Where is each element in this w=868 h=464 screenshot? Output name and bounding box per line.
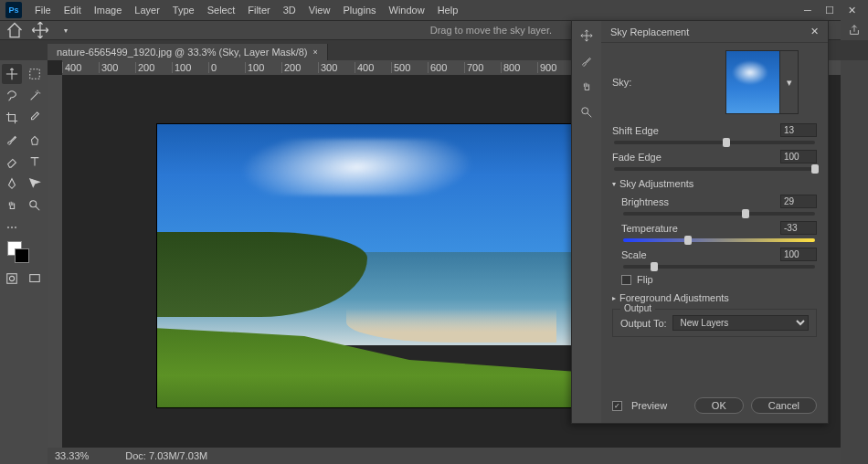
tab-close-icon[interactable]: × <box>313 47 318 57</box>
svg-point-3 <box>9 276 14 280</box>
home-icon[interactable] <box>5 22 24 38</box>
more-tools[interactable]: ⋯ <box>2 217 22 237</box>
marquee-tool[interactable] <box>25 64 45 84</box>
dialog-title: Sky Replacement <box>610 26 689 37</box>
color-swatches[interactable] <box>2 239 46 267</box>
clone-tool[interactable] <box>25 130 45 150</box>
svg-point-5 <box>582 108 588 114</box>
menu-window[interactable]: Window <box>384 3 430 17</box>
menu-view[interactable]: View <box>303 3 336 17</box>
preview-label: Preview <box>631 400 667 411</box>
dlg-hand-icon[interactable] <box>577 78 596 96</box>
background-swatch[interactable] <box>15 248 29 263</box>
menu-3d[interactable]: 3D <box>278 3 302 17</box>
chevron-down-icon[interactable]: ▾ <box>57 22 75 38</box>
options-hint: Drag to move the sky layer. <box>430 25 552 36</box>
app-logo: Ps <box>5 2 22 18</box>
tab-label: nature-6565499_1920.jpg @ 33.3% (Sky, La… <box>57 47 308 58</box>
sky-adjustments-header[interactable]: ▾Sky Adjustments <box>612 178 817 189</box>
flip-checkbox[interactable] <box>621 275 631 285</box>
eyedropper-tool[interactable] <box>25 108 45 128</box>
svg-rect-4 <box>30 275 40 282</box>
output-to-select[interactable]: New Layers <box>672 315 809 331</box>
scale-label: Scale <box>621 249 647 260</box>
dialog-close-icon[interactable]: ✕ <box>810 26 819 37</box>
doc-size: Doc: 7.03M/7.03M <box>125 450 207 461</box>
pen-tool[interactable] <box>2 174 22 194</box>
dlg-move-icon[interactable] <box>577 26 596 45</box>
ruler-vertical <box>48 75 62 464</box>
preview-checkbox[interactable] <box>612 401 622 411</box>
temperature-slider[interactable] <box>623 238 815 242</box>
minimize-icon[interactable]: ─ <box>800 4 815 16</box>
menu-select[interactable]: Select <box>202 3 241 17</box>
scale-slider[interactable] <box>623 265 815 269</box>
fade-edge-value[interactable] <box>780 150 817 163</box>
brush-tool[interactable] <box>2 130 22 150</box>
document-image[interactable] <box>157 124 577 407</box>
move-tool[interactable] <box>2 64 22 84</box>
fade-edge-label: Fade Edge <box>612 152 662 163</box>
scale-value[interactable] <box>780 248 817 261</box>
ok-button[interactable]: OK <box>694 397 744 414</box>
share-icon[interactable] <box>841 20 868 40</box>
menu-edit[interactable]: Edit <box>58 3 87 17</box>
eraser-tool[interactable] <box>2 152 22 172</box>
svg-rect-2 <box>7 274 17 284</box>
sky-thumbnail[interactable] <box>725 50 780 114</box>
menu-layer[interactable]: Layer <box>129 3 165 17</box>
zoom-level[interactable]: 33.33% <box>55 450 89 461</box>
wand-tool[interactable] <box>25 86 45 106</box>
right-panels <box>841 60 868 464</box>
move-tool-icon[interactable] <box>31 22 49 38</box>
sky-label: Sky: <box>612 77 631 88</box>
output-legend: Output <box>620 303 655 313</box>
dlg-brush-icon[interactable] <box>577 52 596 70</box>
cancel-button[interactable]: Cancel <box>751 397 817 414</box>
brightness-value[interactable] <box>780 195 817 208</box>
menu-plugins[interactable]: Plugins <box>337 3 381 17</box>
menu-image[interactable]: Image <box>89 3 128 17</box>
path-tool[interactable] <box>25 174 45 194</box>
sky-dropdown-icon[interactable]: ▾ <box>780 50 799 114</box>
hand-tool[interactable] <box>2 195 22 216</box>
shift-edge-slider[interactable] <box>614 141 815 144</box>
maximize-icon[interactable]: ☐ <box>822 4 837 16</box>
output-to-label: Output To: <box>620 318 667 329</box>
dlg-zoom-icon[interactable] <box>577 103 596 121</box>
menu-type[interactable]: Type <box>167 3 200 17</box>
shift-edge-value[interactable] <box>780 123 817 137</box>
temperature-label: Temperature <box>621 223 678 234</box>
fade-edge-slider[interactable] <box>614 167 815 171</box>
sky-replacement-dialog: Sky Replacement ✕ Sky: ▾ Shift Edge Fade… <box>571 20 829 424</box>
brightness-label: Brightness <box>621 196 669 207</box>
lasso-tool[interactable] <box>2 86 22 106</box>
close-icon[interactable]: ✕ <box>844 4 859 16</box>
menubar: Ps File Edit Image Layer Type Select Fil… <box>0 0 868 20</box>
tools-panel: ⋯ <box>0 60 48 464</box>
temperature-value[interactable] <box>780 221 817 235</box>
document-tab[interactable]: nature-6565499_1920.jpg @ 33.3% (Sky, La… <box>48 44 328 60</box>
flip-label: Flip <box>637 274 653 285</box>
zoom-tool[interactable] <box>25 195 45 216</box>
status-bar: 33.33% Doc: 7.03M/7.03M <box>48 448 841 464</box>
type-tool[interactable] <box>25 152 45 172</box>
crop-tool[interactable] <box>2 108 22 128</box>
svg-point-1 <box>30 201 37 207</box>
foreground-adjustments-header[interactable]: ▸Foreground Adjustments <box>612 292 817 303</box>
screenmode-icon[interactable] <box>25 269 45 289</box>
brightness-slider[interactable] <box>623 212 815 216</box>
shift-edge-label: Shift Edge <box>612 125 659 136</box>
menu-file[interactable]: File <box>29 3 57 17</box>
quickmask-icon[interactable] <box>2 269 22 289</box>
menu-help[interactable]: Help <box>432 3 464 17</box>
menu-filter[interactable]: Filter <box>242 3 275 17</box>
svg-rect-0 <box>30 69 40 79</box>
